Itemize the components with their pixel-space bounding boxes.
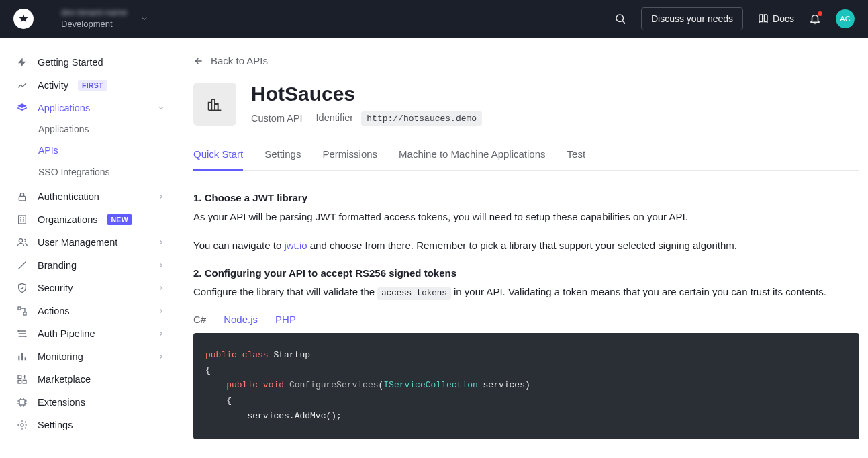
sidebar-item-settings[interactable]: Settings <box>0 414 177 437</box>
chevron-right-icon <box>158 285 164 291</box>
sidebar-item-user-management[interactable]: User Management <box>0 231 177 254</box>
svg-point-0 <box>616 15 624 22</box>
chevron-right-icon <box>158 330 164 337</box>
tab-settings[interactable]: Settings <box>264 148 301 170</box>
docs-label: Docs <box>773 13 794 24</box>
lang-tab-php[interactable]: PHP <box>275 314 296 325</box>
chevron-down-icon <box>140 15 148 23</box>
section2-p: Configure the library that will validate… <box>193 284 862 300</box>
tab-permissions[interactable]: Permissions <box>322 148 377 170</box>
brand-logo[interactable] <box>13 9 34 29</box>
chevron-right-icon <box>158 353 164 360</box>
chevron-right-icon <box>158 308 164 314</box>
svg-point-6 <box>17 330 19 332</box>
sidebar-item-label: Applications <box>38 103 90 113</box>
sidebar-item-label: Activity <box>38 80 68 91</box>
bolt-icon <box>16 56 28 68</box>
sidebar-sub-apis[interactable]: APIs <box>38 141 177 160</box>
sidebar-item-auth-pipeline[interactable]: Auth Pipeline <box>0 322 177 345</box>
topbar: dev-tenant-name Development Discuss your… <box>0 0 868 38</box>
sidebar-item-monitoring[interactable]: Monitoring <box>0 345 177 368</box>
sidebar-item-label: Marketplace <box>38 374 91 385</box>
sidebar-item-marketplace[interactable]: Marketplace <box>0 368 177 391</box>
svg-rect-2 <box>19 216 26 224</box>
svg-rect-5 <box>23 312 26 315</box>
chevron-right-icon <box>158 193 164 200</box>
section1-p1: As your API will be parsing JWT formatte… <box>193 209 862 224</box>
blocks-icon <box>205 95 224 113</box>
sidebar-item-security[interactable]: Security <box>0 277 177 300</box>
sidebar-item-getting-started[interactable]: Getting Started <box>0 51 177 74</box>
svg-rect-8 <box>18 375 21 379</box>
sidebar-item-organizations[interactable]: Organizations NEW <box>0 208 177 231</box>
lock-icon <box>16 191 28 203</box>
sidebar-item-label: Security <box>38 283 73 293</box>
sidebar-item-label: Auth Pipeline <box>38 328 95 339</box>
svg-point-7 <box>25 336 27 338</box>
pipeline-icon <box>16 328 28 340</box>
chevron-right-icon <box>158 239 164 246</box>
notifications-button[interactable] <box>809 13 821 25</box>
tenant-name: dev-tenant-name <box>61 7 127 19</box>
discuss-needs-button[interactable]: Discuss your needs <box>641 7 743 30</box>
sidebar-item-branding[interactable]: Branding <box>0 254 177 277</box>
svg-rect-11 <box>19 400 25 405</box>
grid-plus-icon <box>16 373 28 385</box>
docs-link[interactable]: Docs <box>758 13 794 24</box>
tab-m2m[interactable]: Machine to Machine Applications <box>399 148 545 170</box>
lang-tab-nodejs[interactable]: Node.js <box>224 314 258 325</box>
jwt-io-link[interactable]: jwt.io <box>284 240 307 251</box>
lang-tab-csharp[interactable]: C# <box>193 314 206 325</box>
sidebar-item-label: Organizations <box>38 214 97 225</box>
chevron-right-icon <box>158 262 164 269</box>
page-title: HotSauces <box>251 83 482 105</box>
back-to-apis-link[interactable]: Back to APIs <box>193 55 862 66</box>
code-sample: public class Startup { public void Confi… <box>193 333 859 439</box>
search-button[interactable] <box>614 13 626 25</box>
tenant-switcher[interactable]: dev-tenant-name Development <box>61 7 127 30</box>
sidebar-item-applications[interactable]: Applications <box>0 97 177 120</box>
arrow-left-icon <box>193 56 204 66</box>
sidebar-item-authentication[interactable]: Authentication <box>0 185 177 208</box>
identifier-value: http://hotsauces.demo <box>361 111 482 126</box>
sidebar-item-label: User Management <box>38 237 117 248</box>
badge-new: NEW <box>107 214 132 225</box>
svg-rect-1 <box>19 196 25 201</box>
main-content: Back to APIs HotSauces Custom API Identi… <box>177 38 868 458</box>
avatar[interactable]: AC <box>836 9 855 28</box>
sidebar-sub-applications[interactable]: Applications <box>38 120 177 138</box>
api-subtitle: Custom API <box>251 113 303 124</box>
svg-rect-10 <box>18 380 21 383</box>
shield-icon <box>16 282 28 294</box>
layers-icon <box>16 102 28 114</box>
tab-quick-start[interactable]: Quick Start <box>193 148 243 171</box>
flow-icon <box>16 305 28 317</box>
api-icon <box>193 83 236 126</box>
brush-icon <box>16 259 28 271</box>
chip-icon <box>16 396 28 408</box>
svg-rect-4 <box>18 307 21 310</box>
sidebar-item-extensions[interactable]: Extensions <box>0 391 177 414</box>
language-tabs: C# Node.js PHP <box>193 314 862 325</box>
chart-bar-icon <box>16 351 28 363</box>
chevron-down-icon <box>158 105 164 111</box>
sidebar-submenu-applications: Applications APIs SSO Integrations <box>0 120 177 181</box>
sidebar-item-label: Getting Started <box>38 57 103 68</box>
section1-heading: 1. Choose a JWT library <box>193 192 862 203</box>
sidebar-item-activity[interactable]: Activity FIRST <box>0 74 177 97</box>
sidebar-item-actions[interactable]: Actions <box>0 300 177 322</box>
tab-test[interactable]: Test <box>567 148 586 170</box>
book-icon <box>758 13 769 24</box>
section2-heading: 2. Configuring your API to accept RS256 … <box>193 267 862 279</box>
api-tabs: Quick Start Settings Permissions Machine… <box>193 148 859 171</box>
building-icon <box>16 214 28 226</box>
tenant-env: Development <box>61 19 127 30</box>
sidebar-item-label: Monitoring <box>38 351 83 362</box>
sidebar-item-label: Settings <box>38 420 73 430</box>
sidebar-item-label: Authentication <box>38 191 99 202</box>
svg-rect-9 <box>23 380 26 383</box>
sidebar-item-label: Actions <box>38 306 70 316</box>
sidebar: Getting Started Activity FIRST Applicati… <box>0 38 177 458</box>
sidebar-item-label: Extensions <box>38 397 85 408</box>
sidebar-sub-sso[interactable]: SSO Integrations <box>38 163 177 181</box>
